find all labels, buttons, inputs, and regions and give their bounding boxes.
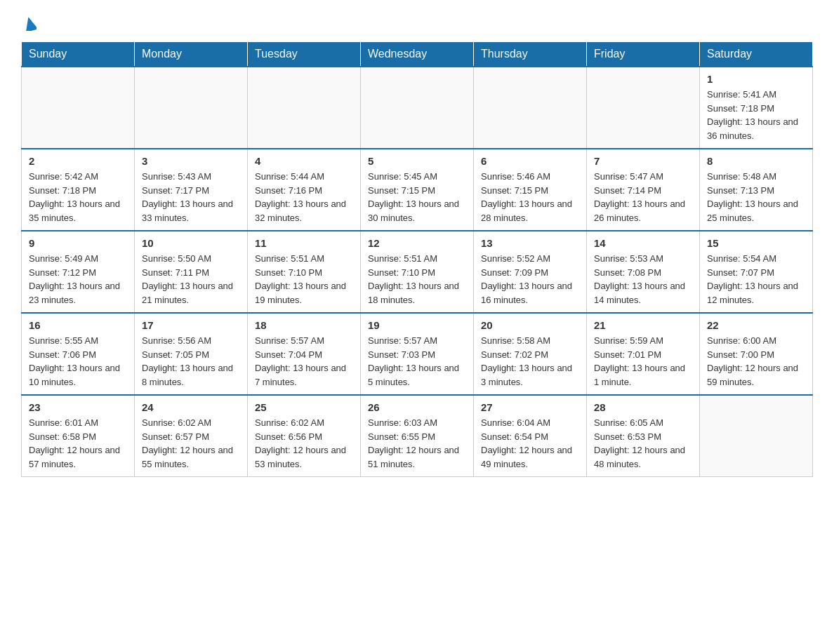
day-number: 21 (594, 319, 692, 331)
day-info: Sunrise: 6:01 AMSunset: 6:58 PMDaylight:… (29, 416, 127, 471)
calendar-day-cell: 21Sunrise: 5:59 AMSunset: 7:01 PMDayligh… (587, 313, 700, 395)
calendar-day-cell: 5Sunrise: 5:45 AMSunset: 7:15 PMDaylight… (361, 149, 474, 231)
day-info: Sunrise: 5:50 AMSunset: 7:11 PMDaylight:… (142, 252, 240, 307)
calendar-day-cell (248, 67, 361, 149)
day-info: Sunrise: 5:45 AMSunset: 7:15 PMDaylight:… (368, 170, 466, 224)
day-number: 9 (29, 237, 127, 249)
day-info: Sunrise: 5:54 AMSunset: 7:07 PMDaylight:… (707, 252, 805, 307)
calendar-day-cell (587, 67, 700, 149)
calendar-day-cell: 9Sunrise: 5:49 AMSunset: 7:12 PMDaylight… (22, 231, 135, 313)
day-info: Sunrise: 5:41 AMSunset: 7:18 PMDaylight:… (707, 88, 805, 142)
calendar-day-cell: 8Sunrise: 5:48 AMSunset: 7:13 PMDaylight… (700, 149, 813, 231)
logo-triangle-icon (24, 14, 37, 36)
calendar-week-row: 2Sunrise: 5:42 AMSunset: 7:18 PMDaylight… (22, 149, 813, 231)
page-header (21, 14, 813, 34)
calendar-day-cell: 4Sunrise: 5:44 AMSunset: 7:16 PMDaylight… (248, 149, 361, 231)
calendar-day-cell: 13Sunrise: 5:52 AMSunset: 7:09 PMDayligh… (474, 231, 587, 313)
day-info: Sunrise: 5:42 AMSunset: 7:18 PMDaylight:… (29, 170, 127, 224)
calendar-day-cell (135, 67, 248, 149)
day-number: 25 (255, 401, 353, 413)
calendar-day-cell: 2Sunrise: 5:42 AMSunset: 7:18 PMDaylight… (22, 149, 135, 231)
day-info: Sunrise: 6:00 AMSunset: 7:00 PMDaylight:… (707, 334, 805, 389)
calendar-week-row: 1Sunrise: 5:41 AMSunset: 7:18 PMDaylight… (22, 67, 813, 149)
calendar-day-cell: 20Sunrise: 5:58 AMSunset: 7:02 PMDayligh… (474, 313, 587, 395)
day-info: Sunrise: 5:56 AMSunset: 7:05 PMDaylight:… (142, 334, 240, 389)
day-number: 18 (255, 319, 353, 331)
day-number: 4 (255, 155, 353, 167)
calendar-day-cell: 10Sunrise: 5:50 AMSunset: 7:11 PMDayligh… (135, 231, 248, 313)
calendar-day-cell: 23Sunrise: 6:01 AMSunset: 6:58 PMDayligh… (22, 395, 135, 477)
day-info: Sunrise: 6:04 AMSunset: 6:54 PMDaylight:… (481, 416, 579, 471)
day-number: 13 (481, 237, 579, 249)
calendar-day-cell: 27Sunrise: 6:04 AMSunset: 6:54 PMDayligh… (474, 395, 587, 477)
calendar-week-row: 9Sunrise: 5:49 AMSunset: 7:12 PMDaylight… (22, 231, 813, 313)
day-info: Sunrise: 5:59 AMSunset: 7:01 PMDaylight:… (594, 334, 692, 389)
day-info: Sunrise: 5:43 AMSunset: 7:17 PMDaylight:… (142, 170, 240, 224)
day-number: 22 (707, 319, 805, 331)
calendar-day-cell (700, 395, 813, 477)
day-number: 28 (594, 401, 692, 413)
day-info: Sunrise: 5:55 AMSunset: 7:06 PMDaylight:… (29, 334, 127, 389)
day-info: Sunrise: 5:49 AMSunset: 7:12 PMDaylight:… (29, 252, 127, 307)
day-number: 16 (29, 319, 127, 331)
calendar-day-cell: 16Sunrise: 5:55 AMSunset: 7:06 PMDayligh… (22, 313, 135, 395)
day-number: 20 (481, 319, 579, 331)
col-monday: Monday (135, 42, 248, 67)
calendar-day-cell: 1Sunrise: 5:41 AMSunset: 7:18 PMDaylight… (700, 67, 813, 149)
calendar-day-cell: 6Sunrise: 5:46 AMSunset: 7:15 PMDaylight… (474, 149, 587, 231)
day-number: 10 (142, 237, 240, 249)
day-number: 24 (142, 401, 240, 413)
day-number: 2 (29, 155, 127, 167)
day-number: 11 (255, 237, 353, 249)
col-wednesday: Wednesday (361, 42, 474, 67)
day-number: 8 (707, 155, 805, 167)
day-info: Sunrise: 5:48 AMSunset: 7:13 PMDaylight:… (707, 170, 805, 224)
calendar-day-cell: 12Sunrise: 5:51 AMSunset: 7:10 PMDayligh… (361, 231, 474, 313)
day-info: Sunrise: 6:05 AMSunset: 6:53 PMDaylight:… (594, 416, 692, 471)
calendar-day-cell: 7Sunrise: 5:47 AMSunset: 7:14 PMDaylight… (587, 149, 700, 231)
day-number: 27 (481, 401, 579, 413)
col-sunday: Sunday (22, 42, 135, 67)
calendar-week-row: 23Sunrise: 6:01 AMSunset: 6:58 PMDayligh… (22, 395, 813, 477)
day-number: 17 (142, 319, 240, 331)
day-info: Sunrise: 5:57 AMSunset: 7:03 PMDaylight:… (368, 334, 466, 389)
calendar-day-cell: 26Sunrise: 6:03 AMSunset: 6:55 PMDayligh… (361, 395, 474, 477)
day-number: 7 (594, 155, 692, 167)
col-friday: Friday (587, 42, 700, 67)
col-tuesday: Tuesday (248, 42, 361, 67)
day-number: 12 (368, 237, 466, 249)
calendar-day-cell (474, 67, 587, 149)
day-info: Sunrise: 5:47 AMSunset: 7:14 PMDaylight:… (594, 170, 692, 224)
day-number: 23 (29, 401, 127, 413)
calendar-day-cell: 15Sunrise: 5:54 AMSunset: 7:07 PMDayligh… (700, 231, 813, 313)
day-info: Sunrise: 5:57 AMSunset: 7:04 PMDaylight:… (255, 334, 353, 389)
day-number: 14 (594, 237, 692, 249)
calendar-day-cell (361, 67, 474, 149)
calendar-day-cell (22, 67, 135, 149)
calendar-day-cell: 25Sunrise: 6:02 AMSunset: 6:56 PMDayligh… (248, 395, 361, 477)
day-info: Sunrise: 6:02 AMSunset: 6:57 PMDaylight:… (142, 416, 240, 471)
calendar-week-row: 16Sunrise: 5:55 AMSunset: 7:06 PMDayligh… (22, 313, 813, 395)
col-saturday: Saturday (700, 42, 813, 67)
day-info: Sunrise: 6:02 AMSunset: 6:56 PMDaylight:… (255, 416, 353, 471)
logo (21, 14, 37, 34)
day-number: 1 (707, 73, 805, 85)
day-info: Sunrise: 6:03 AMSunset: 6:55 PMDaylight:… (368, 416, 466, 471)
calendar-day-cell: 24Sunrise: 6:02 AMSunset: 6:57 PMDayligh… (135, 395, 248, 477)
day-info: Sunrise: 5:51 AMSunset: 7:10 PMDaylight:… (255, 252, 353, 307)
calendar-day-cell: 14Sunrise: 5:53 AMSunset: 7:08 PMDayligh… (587, 231, 700, 313)
day-info: Sunrise: 5:53 AMSunset: 7:08 PMDaylight:… (594, 252, 692, 307)
calendar-header-row: Sunday Monday Tuesday Wednesday Thursday… (22, 42, 813, 67)
calendar-day-cell: 3Sunrise: 5:43 AMSunset: 7:17 PMDaylight… (135, 149, 248, 231)
calendar-day-cell: 11Sunrise: 5:51 AMSunset: 7:10 PMDayligh… (248, 231, 361, 313)
day-number: 6 (481, 155, 579, 167)
day-number: 26 (368, 401, 466, 413)
day-number: 15 (707, 237, 805, 249)
day-info: Sunrise: 5:44 AMSunset: 7:16 PMDaylight:… (255, 170, 353, 224)
calendar-day-cell: 18Sunrise: 5:57 AMSunset: 7:04 PMDayligh… (248, 313, 361, 395)
calendar-day-cell: 22Sunrise: 6:00 AMSunset: 7:00 PMDayligh… (700, 313, 813, 395)
day-number: 19 (368, 319, 466, 331)
logo-line1 (21, 14, 37, 37)
day-info: Sunrise: 5:46 AMSunset: 7:15 PMDaylight:… (481, 170, 579, 224)
day-info: Sunrise: 5:58 AMSunset: 7:02 PMDaylight:… (481, 334, 579, 389)
